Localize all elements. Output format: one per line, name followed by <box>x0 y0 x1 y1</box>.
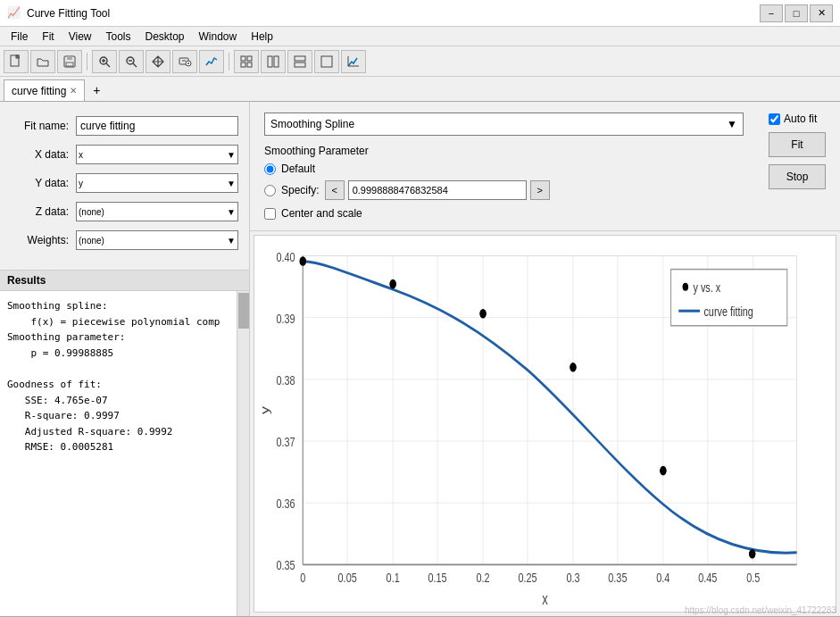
z-data-value: (none) <box>79 207 104 217</box>
menu-help[interactable]: Help <box>244 29 280 45</box>
toolbar-grid2[interactable] <box>261 50 286 73</box>
svg-text:curve fitting: curve fitting <box>703 304 753 319</box>
z-data-select[interactable]: (none) ▼ <box>76 202 238 221</box>
smoothing-param: Smoothing Parameter Default Specify: < <box>264 145 744 220</box>
minimize-button[interactable]: − <box>760 4 783 22</box>
center-scale-label: Center and scale <box>281 207 362 220</box>
results-line-3: Smoothing parameter: <box>7 329 242 346</box>
x-data-select[interactable]: x ▼ <box>76 145 238 164</box>
tab-label: curve fitting <box>12 85 66 97</box>
results-line-6: SSE: 4.765e-07 <box>7 393 242 409</box>
tab-add-button[interactable]: + <box>85 79 108 101</box>
toolbar-save[interactable] <box>57 50 82 73</box>
tab-close-icon[interactable]: ✕ <box>70 86 77 96</box>
specify-radio[interactable] <box>264 185 276 196</box>
default-radio-label: Default <box>281 163 315 175</box>
default-radio[interactable] <box>264 163 276 175</box>
results-content: Smoothing spline: f(x) = piecewise polyn… <box>0 291 249 616</box>
svg-text:0.35: 0.35 <box>276 558 295 573</box>
y-data-value: y <box>79 179 83 188</box>
svg-text:0.15: 0.15 <box>428 570 447 585</box>
svg-text:0.25: 0.25 <box>518 570 536 585</box>
autofit-label: Auto fit <box>784 113 817 125</box>
toolbar-chart[interactable] <box>199 50 224 73</box>
stop-button[interactable]: Stop <box>769 164 826 189</box>
weights-arrow: ▼ <box>227 236 236 246</box>
close-button[interactable]: ✕ <box>810 4 833 22</box>
results-panel: Results Smoothing spline: f(x) = piecewi… <box>0 271 249 616</box>
toolbar-fit-plot[interactable] <box>341 50 366 73</box>
tab-curve-fitting[interactable]: curve fitting ✕ <box>4 79 85 101</box>
toolbar-maximize-pane[interactable] <box>314 50 339 73</box>
results-scrollbar[interactable] <box>237 291 249 616</box>
svg-rect-4 <box>66 63 73 66</box>
more-button[interactable]: > <box>530 180 550 200</box>
results-line-8: Adjusted R-square: 0.9992 <box>7 424 242 440</box>
svg-rect-21 <box>268 56 272 67</box>
results-text: Smoothing spline: f(x) = piecewise polyn… <box>0 291 249 616</box>
toolbar-new[interactable] <box>4 50 29 73</box>
maximize-button[interactable]: □ <box>785 4 808 22</box>
fit-type-select[interactable]: Smoothing Spline ▼ <box>264 113 744 136</box>
svg-rect-3 <box>67 56 72 60</box>
svg-rect-19 <box>241 63 245 67</box>
toolbar-zoom-out[interactable] <box>119 50 144 73</box>
fit-button[interactable]: Fit <box>769 132 826 157</box>
svg-rect-22 <box>274 56 279 67</box>
results-line-2: f(x) = piecewise polynomial comp <box>7 314 242 330</box>
menu-desktop[interactable]: Desktop <box>138 29 192 45</box>
fit-name-input[interactable] <box>76 116 238 136</box>
svg-text:x: x <box>542 590 548 607</box>
toolbar-tag[interactable] <box>172 50 197 73</box>
center-scale-checkbox[interactable] <box>264 208 276 220</box>
svg-text:0.4: 0.4 <box>656 570 670 585</box>
default-radio-row: Default <box>264 163 744 175</box>
toolbar <box>0 46 840 77</box>
watermark: https://blog.csdn.net/weixin_41722283 <box>685 605 836 615</box>
menu-window[interactable]: Window <box>192 29 245 45</box>
z-data-row: Z data: (none) ▼ <box>11 202 238 221</box>
y-data-select[interactable]: y ▼ <box>76 173 238 193</box>
toolbar-zoom-in[interactable] <box>92 50 117 73</box>
fit-name-row: Fit name: <box>11 116 238 136</box>
svg-point-53 <box>749 550 755 558</box>
specify-controls: < > <box>325 180 550 200</box>
toolbar-grid3[interactable] <box>287 50 312 73</box>
toolbar-pan[interactable] <box>146 50 170 73</box>
weights-row: Weights: (none) ▼ <box>11 230 238 250</box>
svg-text:0.39: 0.39 <box>276 311 295 326</box>
svg-point-51 <box>570 363 577 371</box>
x-data-row: X data: x ▼ <box>11 145 238 164</box>
menu-fit[interactable]: Fit <box>35 29 61 45</box>
results-spacer <box>7 361 242 377</box>
results-line-5: Goodness of fit: <box>7 377 242 393</box>
less-button[interactable]: < <box>325 180 345 200</box>
svg-rect-23 <box>295 56 305 61</box>
smoothing-label: Smoothing Parameter <box>264 145 744 157</box>
svg-line-6 <box>106 63 110 67</box>
svg-text:0.2: 0.2 <box>477 570 490 585</box>
weights-select[interactable]: (none) ▼ <box>76 230 238 250</box>
menu-tools[interactable]: Tools <box>98 29 137 45</box>
svg-rect-25 <box>321 56 332 67</box>
specify-value-input[interactable] <box>348 180 527 200</box>
toolbar-open[interactable] <box>30 50 55 73</box>
autofit-check: Auto fit <box>769 113 817 125</box>
x-data-value: x <box>79 150 83 160</box>
autofit-checkbox[interactable] <box>769 113 780 125</box>
menu-view[interactable]: View <box>62 29 99 45</box>
toolbar-grid1[interactable] <box>234 50 259 73</box>
svg-text:0.05: 0.05 <box>338 570 357 585</box>
results-line-1: Smoothing spline: <box>7 298 242 314</box>
svg-text:0.45: 0.45 <box>698 570 717 585</box>
svg-text:0.38: 0.38 <box>276 372 295 388</box>
menu-file[interactable]: File <box>4 29 35 45</box>
fit-type-area: Smoothing Spline ▼ Smoothing Parameter D… <box>264 113 744 220</box>
svg-text:y vs. x: y vs. x <box>694 279 721 295</box>
svg-text:0.36: 0.36 <box>276 496 295 511</box>
svg-rect-17 <box>241 56 245 61</box>
title-bar: 📈 Curve Fitting Tool − □ ✕ <box>0 0 840 27</box>
z-data-arrow: ▼ <box>227 207 236 217</box>
specify-radio-row: Specify: < > <box>264 180 744 200</box>
results-scroll-thumb[interactable] <box>238 293 249 329</box>
